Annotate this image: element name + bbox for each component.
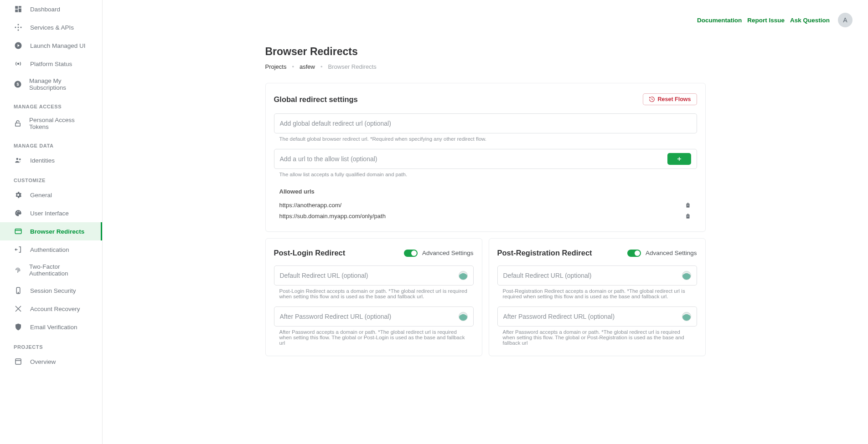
sidebar-item-label: User Interface: [30, 210, 69, 217]
ask-question-link[interactable]: Ask Question: [790, 17, 830, 24]
post-registration-default-helper: Post-Registration Redirect accepts a dom…: [497, 286, 697, 299]
breadcrumb-sep: •: [320, 63, 323, 70]
svg-rect-23: [16, 359, 21, 364]
sidebar-item-authentication[interactable]: Authentication: [0, 240, 102, 259]
sidebar-section-label: CUSTOMIZE: [0, 169, 102, 186]
svg-rect-2: [19, 9, 21, 12]
palette-icon: [14, 209, 23, 218]
picker-button[interactable]: [459, 271, 468, 280]
sidebar: Dashboard Services & APIs Launch Managed…: [0, 0, 103, 444]
svg-point-15: [16, 158, 19, 160]
sidebar-item-launch[interactable]: Launch Managed UI: [0, 36, 102, 55]
allowed-urls-heading: Allowed urls: [274, 184, 697, 199]
allowed-url-text: https://anotherapp.com/: [279, 202, 342, 209]
device-icon: [14, 286, 23, 295]
picker-button[interactable]: [459, 312, 468, 321]
svg-point-8: [18, 30, 19, 31]
allowed-url-row: https://sub.domain.myapp.com/only/path: [274, 210, 697, 221]
sidebar-section-label: PROJECTS: [0, 336, 102, 352]
post-registration-card: Post-Registration Redirect Advanced Sett…: [489, 238, 706, 356]
svg-point-16: [19, 158, 21, 160]
report-issue-link[interactable]: Report Issue: [747, 17, 785, 24]
global-card-title: Global redirect settings: [274, 95, 358, 104]
sidebar-item-tokens[interactable]: Personal Access Tokens: [0, 112, 102, 135]
post-login-afterpwd-input[interactable]: [280, 313, 459, 320]
post-registration-afterpwd-input[interactable]: [503, 313, 682, 320]
sidebar-item-general[interactable]: General: [0, 186, 102, 204]
breadcrumb-project[interactable]: asfew: [300, 63, 315, 70]
allowed-url-text: https://sub.domain.myapp.com/only/path: [279, 213, 386, 219]
svg-point-18: [17, 211, 18, 212]
sidebar-item-session[interactable]: Session Security: [0, 281, 102, 300]
global-default-helper: The default global browser redirect url.…: [274, 133, 697, 142]
lock-icon: [14, 119, 22, 128]
avatar[interactable]: A: [838, 13, 852, 27]
play-icon: [14, 41, 23, 50]
sidebar-section-label: MANAGE DATA: [0, 135, 102, 151]
svg-point-5: [15, 27, 16, 28]
allow-list-input[interactable]: [280, 155, 664, 163]
post-registration-advanced-toggle[interactable]: [627, 250, 641, 257]
global-redirect-card: Global redirect settings Reset Flows The…: [265, 83, 706, 232]
breadcrumb-root[interactable]: Projects: [265, 63, 287, 70]
sidebar-item-label: Email Verification: [30, 324, 78, 331]
sidebar-item-label: Services & APIs: [30, 24, 74, 31]
post-login-card: Post-Login Redirect Advanced Settings Po…: [265, 238, 482, 356]
svg-text:$: $: [16, 82, 19, 87]
history-icon: [649, 96, 655, 102]
sidebar-item-subscriptions[interactable]: $ Manage My Subscriptions: [0, 73, 102, 96]
picker-button[interactable]: [682, 271, 691, 280]
svg-point-4: [18, 27, 19, 28]
sidebar-item-status[interactable]: Platform Status: [0, 55, 102, 73]
sidebar-item-label: Dashboard: [30, 6, 60, 13]
breadcrumb-current: Browser Redirects: [328, 63, 377, 70]
svg-rect-0: [15, 6, 18, 9]
delete-url-button[interactable]: [684, 201, 692, 209]
sidebar-item-label: Two-Factor Authentication: [29, 263, 88, 277]
browser-icon: [14, 227, 23, 236]
dollar-icon: $: [14, 80, 22, 89]
delete-url-button[interactable]: [684, 212, 692, 219]
sidebar-item-label: General: [30, 192, 52, 199]
sidebar-item-label: Overview: [30, 358, 56, 365]
sidebar-item-ui[interactable]: User Interface: [0, 204, 102, 222]
post-login-toggle-label: Advanced Settings: [422, 250, 474, 256]
global-default-input[interactable]: [280, 120, 691, 127]
sidebar-item-email-verif[interactable]: Email Verification: [0, 318, 102, 336]
svg-point-6: [21, 27, 22, 28]
picker-button[interactable]: [682, 312, 691, 321]
api-icon: [14, 23, 23, 32]
reset-flows-button[interactable]: Reset Flows: [643, 93, 697, 105]
sidebar-item-label: Authentication: [30, 246, 69, 253]
dashboard-icon: [14, 5, 23, 14]
svg-rect-1: [19, 6, 21, 8]
topbar: Documentation Report Issue Ask Question …: [103, 0, 868, 32]
post-login-advanced-toggle[interactable]: [404, 250, 418, 257]
fingerprint-icon: [14, 265, 22, 275]
sidebar-item-2fa[interactable]: Two-Factor Authentication: [0, 259, 102, 281]
sidebar-item-recovery[interactable]: Account Recovery: [0, 300, 102, 318]
sidebar-item-proj-overview[interactable]: Overview: [0, 352, 102, 371]
exit-icon: [14, 245, 23, 254]
post-login-default-input[interactable]: [280, 272, 459, 279]
project-icon: [14, 357, 23, 366]
sidebar-item-identities[interactable]: Identities: [0, 151, 102, 169]
svg-rect-14: [16, 123, 21, 126]
allowed-url-row: https://anotherapp.com/: [274, 199, 697, 210]
post-registration-default-input[interactable]: [503, 272, 682, 279]
sidebar-item-dashboard[interactable]: Dashboard: [0, 0, 102, 18]
svg-point-7: [18, 24, 19, 26]
sidebar-item-label: Browser Redirects: [30, 228, 84, 235]
post-registration-afterpwd-helper: After Password accepts a domain or path.…: [497, 327, 697, 346]
post-login-title: Post-Login Redirect: [274, 249, 346, 257]
add-url-button[interactable]: [667, 153, 691, 165]
recovery-icon: [14, 304, 23, 313]
antenna-icon: [14, 59, 23, 68]
sidebar-item-browser-redirects[interactable]: Browser Redirects: [0, 222, 102, 240]
documentation-link[interactable]: Documentation: [697, 17, 742, 24]
gear-icon: [14, 190, 23, 199]
breadcrumb-sep: •: [292, 63, 294, 70]
sidebar-item-services[interactable]: Services & APIs: [0, 18, 102, 36]
post-registration-title: Post-Registration Redirect: [497, 249, 592, 257]
sidebar-item-label: Session Security: [30, 287, 76, 294]
